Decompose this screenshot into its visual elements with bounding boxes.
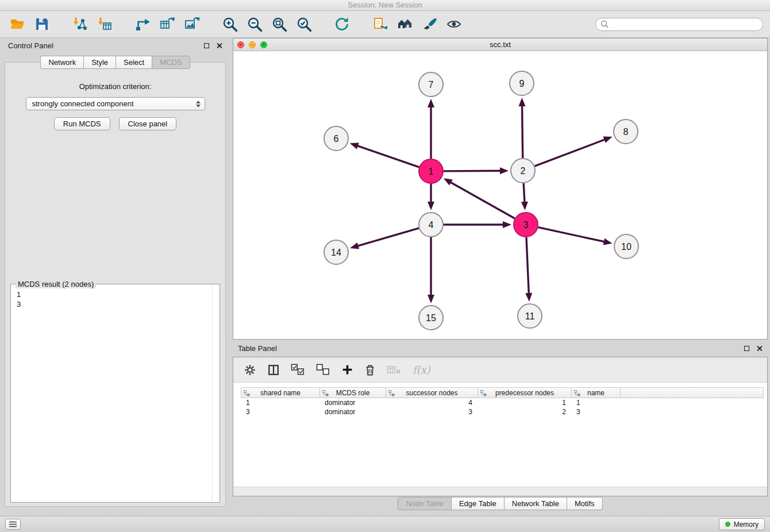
refresh-icon: [334, 16, 350, 32]
refresh-layout-button[interactable]: [332, 14, 352, 34]
copy-document-button[interactable]: [369, 14, 390, 34]
zoom-selected-button[interactable]: [294, 14, 314, 34]
select-all-button[interactable]: [291, 364, 305, 376]
control-panel-body: Optimization criterion: strongly connect…: [5, 62, 226, 507]
table-cell: 3: [386, 408, 478, 416]
table-cell: 1: [478, 399, 571, 407]
network-canvas[interactable]: 1234678910111415: [233, 51, 767, 339]
column-header-successor-nodes[interactable]: successor nodes: [386, 388, 478, 398]
zoom-fit-button[interactable]: [269, 14, 290, 34]
delete-table-button[interactable]: [387, 364, 402, 376]
network-overview-button[interactable]: [394, 14, 415, 34]
edit-network-button[interactable]: [132, 14, 153, 34]
graph-node-1[interactable]: 1: [419, 159, 443, 183]
table-panel: Table Panel: [233, 342, 768, 510]
close-panel-icon[interactable]: [216, 43, 222, 49]
tab-node-table[interactable]: Node Table: [398, 497, 452, 510]
import-table-icon: [97, 16, 113, 32]
optimization-criterion-select[interactable]: strongly connected component: [26, 97, 205, 110]
graph-edge-3-11[interactable]: [526, 237, 529, 294]
search-input[interactable]: [611, 20, 758, 28]
tab-motifs[interactable]: Motifs: [567, 497, 603, 510]
column-header-shared-name[interactable]: shared name: [241, 388, 320, 398]
delete-column-button[interactable]: [364, 364, 376, 376]
graph-edge-2-9[interactable]: [522, 105, 523, 158]
show-hide-button[interactable]: [444, 14, 464, 34]
close-panel-button[interactable]: Close panel: [119, 117, 177, 130]
svg-text:3: 3: [523, 220, 529, 230]
svg-text:1: 1: [429, 167, 434, 176]
open-session-button[interactable]: [7, 14, 28, 34]
graph-edge-arrow: [444, 178, 453, 186]
float-panel-icon[interactable]: [204, 43, 209, 48]
tab-network-table[interactable]: Network Table: [504, 497, 567, 510]
graph-node-6[interactable]: 6: [324, 126, 348, 151]
graph-node-14[interactable]: 14: [324, 240, 348, 264]
svg-text:6: 6: [334, 134, 339, 144]
graph-edge-2-3[interactable]: [523, 183, 525, 203]
memory-button[interactable]: Memory: [719, 518, 765, 530]
graph-node-9[interactable]: 9: [510, 71, 534, 95]
column-header-name[interactable]: name: [572, 388, 621, 398]
task-history-button[interactable]: [5, 519, 21, 530]
table-row[interactable]: 1dominator411: [241, 398, 764, 407]
mcds-result-text: 1 3: [11, 284, 220, 314]
zoom-out-button[interactable]: [244, 14, 265, 34]
graph-node-11[interactable]: 11: [518, 304, 542, 328]
show-columns-button[interactable]: [267, 364, 280, 376]
column-header-predecessor-nodes[interactable]: predecessor nodes: [478, 388, 572, 398]
tab-network[interactable]: Network: [40, 56, 84, 69]
tab-select[interactable]: Select: [116, 56, 152, 69]
zoom-in-button[interactable]: [220, 14, 240, 34]
tab-mcds[interactable]: MCDS: [152, 56, 190, 69]
graph-edge-4-14[interactable]: [357, 228, 418, 246]
graph-node-3[interactable]: 3: [514, 213, 538, 237]
column-header-label: predecessor nodes: [495, 389, 554, 397]
close-window-icon[interactable]: [237, 41, 244, 48]
save-session-button[interactable]: [32, 14, 52, 34]
edit-table-button[interactable]: [157, 14, 178, 34]
graph-edge-1-6[interactable]: [357, 145, 419, 167]
network-graph[interactable]: 1234678910111415: [233, 51, 767, 339]
table-cell: 1: [571, 399, 620, 407]
table-cell: 3: [241, 408, 319, 416]
graph-edge-3-10[interactable]: [538, 228, 605, 242]
save-icon: [34, 16, 50, 32]
apply-style-button[interactable]: [419, 14, 440, 34]
close-panel-icon[interactable]: [756, 345, 763, 352]
import-table-button[interactable]: [94, 14, 115, 34]
maximize-window-icon[interactable]: [260, 41, 267, 48]
graph-node-2[interactable]: 2: [511, 159, 535, 183]
graph-edge-1-2[interactable]: [444, 171, 501, 171]
svg-text:7: 7: [429, 80, 434, 90]
column-header-MCDS-role[interactable]: MCDS role: [320, 388, 386, 398]
table-settings-button[interactable]: [244, 364, 256, 376]
svg-text:14: 14: [331, 248, 341, 257]
import-network-button[interactable]: [70, 14, 90, 34]
minimize-window-icon[interactable]: [249, 41, 256, 48]
result-scrollbar[interactable]: [212, 285, 213, 502]
graph-node-7[interactable]: 7: [419, 72, 443, 97]
control-panel-header: Control Panel: [3, 39, 228, 52]
add-column-button[interactable]: [341, 364, 353, 376]
run-mcds-button[interactable]: Run MCDS: [54, 117, 110, 130]
graph-node-10[interactable]: 10: [614, 234, 638, 259]
tab-style[interactable]: Style: [83, 56, 116, 69]
zoom-in-icon: [222, 16, 238, 32]
deselect-all-button[interactable]: [316, 364, 330, 376]
svg-text:10: 10: [621, 242, 632, 252]
float-panel-icon[interactable]: [744, 346, 749, 351]
svg-text:15: 15: [426, 313, 436, 323]
column-header-label: shared name: [260, 389, 301, 397]
graph-node-15[interactable]: 15: [419, 306, 443, 330]
table-row[interactable]: 3dominator323: [241, 407, 764, 417]
graph-edge-3-1[interactable]: [450, 182, 515, 219]
network-window-titlebar[interactable]: scc.txt: [233, 38, 767, 51]
function-builder-button[interactable]: f(x): [413, 364, 430, 376]
tab-edge-table[interactable]: Edge Table: [451, 497, 505, 510]
graph-node-8[interactable]: 8: [614, 119, 638, 144]
graph-edge-2-8[interactable]: [535, 139, 606, 166]
search-box[interactable]: [595, 18, 763, 31]
export-image-button[interactable]: [182, 14, 202, 34]
graph-node-4[interactable]: 4: [419, 213, 443, 237]
